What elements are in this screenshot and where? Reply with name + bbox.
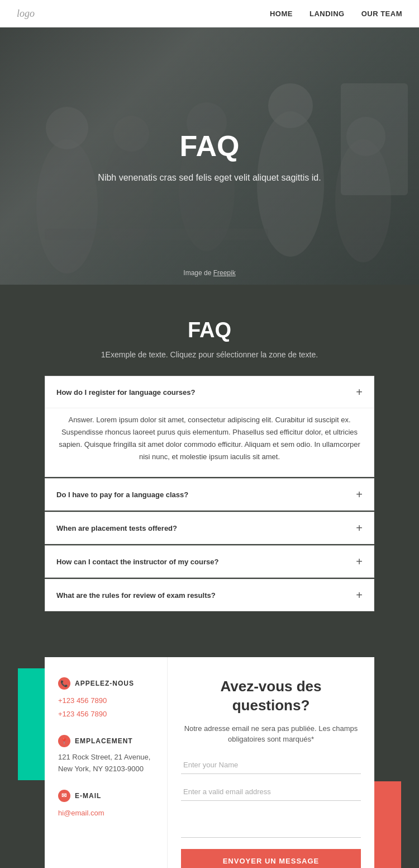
hero-title: FAQ [98, 129, 321, 163]
contact-phone-2[interactable]: +123 456 7890 [58, 707, 154, 720]
faq-item: Do I have to pay for a language class? + [45, 478, 374, 511]
faq-question-text-4: What are the rules for review of exam re… [56, 591, 216, 600]
contact-email-input[interactable] [181, 783, 361, 801]
contact-phone-1[interactable]: +123 456 7890 [58, 694, 154, 707]
contact-address: 121 Rock Street, 21 Avenue, New York, NY… [58, 752, 154, 775]
contact-phone-block: 📞 APPELEZ-NOUS +123 456 7890 +123 456 78… [58, 677, 154, 720]
svg-rect-11 [341, 83, 408, 195]
location-icon: 📍 [58, 735, 70, 747]
contact-phone-label: 📞 APPELEZ-NOUS [58, 677, 154, 690]
faq-section-description: 1Exemple de texte. Cliquez pour sélectio… [17, 350, 402, 359]
faq-toggle-4[interactable]: + [356, 589, 363, 601]
faq-toggle-0[interactable]: + [356, 386, 363, 398]
faq-list: How do I register for language courses? … [45, 376, 374, 611]
hero-credit: Image de Freepik [183, 269, 235, 277]
faq-question-0[interactable]: How do I register for language courses? … [45, 376, 374, 408]
svg-rect-10 [45, 229, 268, 240]
contact-email-block: ✉ E-MAIL hi@email.com [58, 790, 154, 819]
contact-email-address[interactable]: hi@email.com [58, 806, 154, 819]
faq-toggle-2[interactable]: + [356, 522, 363, 534]
hero-subtitle: Nibh venenatis cras sed felis eget velit… [98, 173, 321, 183]
contact-location-block: 📍 EMPLACEMENT 121 Rock Street, 21 Avenue… [58, 735, 154, 775]
hero-section: FAQ Nibh venenatis cras sed felis eget v… [0, 27, 419, 285]
phone-icon: 📞 [58, 677, 70, 690]
faq-item: What are the rules for review of exam re… [45, 579, 374, 611]
contact-form-note: Notre adresse email ne sera pas publiée.… [181, 723, 361, 745]
contact-submit-button[interactable]: ENVOYER UN MESSAGE [181, 849, 361, 868]
faq-answer-0: Answer. Lorem ipsum dolor sit amet, cons… [45, 408, 374, 477]
nav-landing[interactable]: LANDING [310, 10, 345, 18]
contact-form-title: Avez-vous des questions? [181, 677, 361, 715]
faq-section: FAQ 1Exemple de texte. Cliquez pour séle… [0, 285, 419, 635]
contact-section: 📞 APPELEZ-NOUS +123 456 7890 +123 456 78… [0, 635, 419, 868]
navbar: logo HOME LANDING OUR TEAM [0, 0, 419, 27]
contact-info: 📞 APPELEZ-NOUS +123 456 7890 +123 456 78… [45, 657, 168, 868]
contact-name-input[interactable] [181, 756, 361, 774]
faq-question-2[interactable]: When are placement tests offered? + [45, 512, 374, 544]
faq-toggle-3[interactable]: + [356, 556, 363, 567]
faq-item: How can I contact the instructor of my c… [45, 545, 374, 578]
contact-location-label: 📍 EMPLACEMENT [58, 735, 154, 747]
logo: logo [17, 8, 35, 20]
faq-question-text-0: How do I register for language courses? [56, 388, 196, 397]
faq-question-text-3: How can I contact the instructor of my c… [56, 558, 218, 566]
faq-question-3[interactable]: How can I contact the instructor of my c… [45, 546, 374, 577]
faq-question-text-1: Do I have to pay for a language class? [56, 490, 188, 499]
nav-links: HOME LANDING OUR TEAM [270, 10, 402, 18]
faq-item: When are placement tests offered? + [45, 512, 374, 544]
contact-form-area: Avez-vous des questions? Notre adresse e… [168, 657, 374, 868]
contact-card: 📞 APPELEZ-NOUS +123 456 7890 +123 456 78… [45, 657, 374, 868]
svg-point-7 [268, 83, 313, 128]
email-icon: ✉ [58, 790, 70, 802]
faq-question-4[interactable]: What are the rules for review of exam re… [45, 579, 374, 611]
faq-section-title: FAQ [17, 318, 402, 342]
faq-question-1[interactable]: Do I have to pay for a language class? + [45, 479, 374, 510]
contact-message-input[interactable] [181, 810, 361, 838]
nav-our-team[interactable]: OUR TEAM [361, 10, 402, 18]
hero-content: FAQ Nibh venenatis cras sed felis eget v… [98, 129, 321, 183]
contact-email-label: ✉ E-MAIL [58, 790, 154, 802]
faq-toggle-1[interactable]: + [356, 489, 363, 500]
svg-point-1 [46, 107, 88, 149]
svg-point-0 [36, 139, 98, 273]
faq-item: How do I register for language courses? … [45, 376, 374, 477]
freepik-link[interactable]: Freepik [213, 269, 236, 277]
nav-home[interactable]: HOME [270, 10, 293, 18]
faq-question-text-2: When are placement tests offered? [56, 524, 177, 532]
